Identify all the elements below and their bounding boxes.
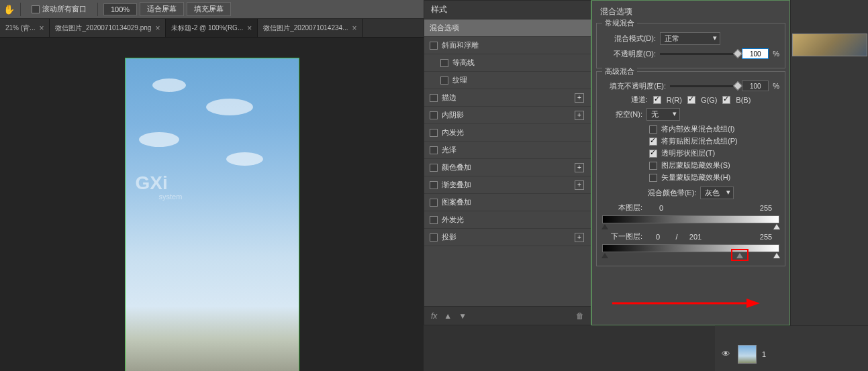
next-layer-label: 下一图层: <box>602 231 642 242</box>
vector-mask-hides-checkbox[interactable] <box>649 174 657 182</box>
style-item-6[interactable]: 内发光 <box>424 124 591 142</box>
layers-panel: 👁 1 <box>715 325 868 371</box>
close-icon[interactable]: × <box>352 23 356 33</box>
layer-mask-hides-checkbox[interactable] <box>649 162 657 170</box>
tab-2[interactable]: 未标题-2 @ 100%(RG... × <box>166 19 258 37</box>
fit-screen-button[interactable]: 适合屏幕 <box>140 2 184 16</box>
checkbox-icon[interactable] <box>430 111 438 119</box>
slash-label: / <box>673 233 680 241</box>
checkbox-icon[interactable] <box>430 216 438 224</box>
style-item-label: 斜面和浮雕 <box>442 40 479 50</box>
blend-mode-select[interactable]: 正常 <box>660 32 720 45</box>
trash-icon[interactable]: 🗑 <box>576 311 584 321</box>
right-sidebar <box>790 0 868 371</box>
checkbox-icon[interactable] <box>430 146 438 154</box>
style-item-3[interactable]: 纹理 <box>424 72 591 89</box>
tab-0[interactable]: 21% (背... × <box>0 19 50 37</box>
style-item-7[interactable]: 光泽 <box>424 142 591 159</box>
add-effect-icon[interactable]: + <box>575 180 584 190</box>
style-item-10[interactable]: 图案叠加 <box>424 194 591 211</box>
checkbox-icon[interactable] <box>430 129 438 137</box>
scroll-all-label: 滚动所有窗口 <box>42 4 87 14</box>
next-low-value: 0 <box>648 233 668 241</box>
checkbox-icon[interactable] <box>430 42 438 50</box>
slider-handle-icon[interactable] <box>601 224 608 229</box>
next-layer-gradient[interactable] <box>602 244 779 252</box>
blendif-select[interactable]: 灰色 <box>700 187 734 199</box>
fill-opacity-slider[interactable] <box>670 85 738 87</box>
slider-handle-icon[interactable] <box>601 253 608 258</box>
style-item-11[interactable]: 外发光 <box>424 211 591 229</box>
fill-screen-button[interactable]: 填充屏幕 <box>187 2 231 16</box>
layer-thumbnail[interactable] <box>738 345 757 364</box>
checkbox-icon[interactable] <box>32 5 40 13</box>
channel-b-checkbox[interactable] <box>722 96 730 104</box>
canvas-image[interactable]: GXi system <box>125 58 299 371</box>
tab-3[interactable]: 微信图片_2020071014234... × <box>258 19 363 37</box>
channel-r-checkbox[interactable] <box>653 96 661 104</box>
fx-icon[interactable]: fx <box>431 311 437 321</box>
checkbox-icon[interactable] <box>430 164 438 172</box>
visibility-icon[interactable]: 👁 <box>722 349 732 360</box>
style-item-label: 颜色叠加 <box>442 162 471 172</box>
advanced-legend: 高级混合 <box>602 66 637 76</box>
opacity-input[interactable] <box>742 48 769 59</box>
blend-interior-checkbox[interactable] <box>649 125 657 134</box>
style-item-8[interactable]: 颜色叠加+ <box>424 159 591 176</box>
layer-name[interactable]: 1 <box>762 350 766 358</box>
percent-label: % <box>773 82 779 90</box>
advanced-blending-group: 高级混合 填充不透明度(E): % 通道: R(R) G(G) B(B) 挖空(… <box>596 71 785 266</box>
layer-styles-panel: 样式 混合选项斜面和浮雕等高线纹理描边+内阴影+内发光光泽颜色叠加+渐变叠加+图… <box>424 0 591 325</box>
style-item-9[interactable]: 渐变叠加+ <box>424 176 591 194</box>
hand-tool-icon[interactable]: ✋ <box>3 3 15 15</box>
knockout-select[interactable]: 无 <box>646 108 680 121</box>
canvas-area[interactable]: GXi system <box>0 38 424 371</box>
style-item-1[interactable]: 斜面和浮雕 <box>424 37 591 54</box>
close-icon[interactable]: × <box>247 23 252 33</box>
style-item-label: 内发光 <box>442 127 464 138</box>
add-effect-icon[interactable]: + <box>575 93 584 103</box>
checkbox-icon[interactable] <box>430 181 438 189</box>
add-effect-icon[interactable]: + <box>575 111 584 120</box>
slider-handle-icon[interactable] <box>773 253 780 258</box>
layer-row[interactable]: 👁 1 <box>715 339 868 369</box>
tab-1[interactable]: 微信图片_20200710134029.png × <box>50 19 166 37</box>
zoom-input[interactable] <box>103 3 137 15</box>
style-item-label: 等高线 <box>452 58 475 68</box>
blending-options-panel: 混合选项 常规混合 混合模式(D): 正常 不透明度(O): % 高级混合 填充… <box>591 0 790 325</box>
add-effect-icon[interactable]: + <box>575 233 584 242</box>
next-split-value: 201 <box>685 233 706 241</box>
this-high-value: 255 <box>753 204 779 212</box>
watermark-text: GXi <box>136 172 168 194</box>
style-item-label: 图案叠加 <box>442 197 471 207</box>
scroll-all-windows-option[interactable]: 滚动所有窗口 <box>26 4 92 14</box>
style-item-label: 内阴影 <box>442 110 464 120</box>
watermark-subtext: system <box>159 193 183 201</box>
blend-clipped-checkbox[interactable] <box>649 138 657 146</box>
channel-g-checkbox[interactable] <box>687 96 695 104</box>
style-item-5[interactable]: 内阴影+ <box>424 107 591 124</box>
style-item-0[interactable]: 混合选项 <box>424 19 591 37</box>
checkbox-icon[interactable] <box>430 199 438 207</box>
style-item-12[interactable]: 投影+ <box>424 229 591 246</box>
close-icon[interactable]: × <box>155 23 160 33</box>
checkbox-icon[interactable] <box>430 94 438 102</box>
fill-opacity-input[interactable] <box>742 81 769 91</box>
channel-g-label: G(G) <box>701 96 717 104</box>
checkbox-icon[interactable] <box>440 76 448 85</box>
transparency-shapes-checkbox[interactable] <box>649 150 657 158</box>
channel-r-label: R(R) <box>667 96 682 104</box>
style-item-4[interactable]: 描边+ <box>424 89 591 107</box>
style-item-label: 光泽 <box>442 145 456 155</box>
checkbox-icon[interactable] <box>440 59 448 67</box>
checkbox-icon[interactable] <box>430 233 438 242</box>
close-icon[interactable]: × <box>39 23 44 33</box>
slider-handle-icon[interactable] <box>773 224 780 229</box>
opacity-slider[interactable] <box>660 53 738 55</box>
style-item-2[interactable]: 等高线 <box>424 54 591 72</box>
arrow-up-icon[interactable]: ▲ <box>444 311 452 321</box>
arrow-down-icon[interactable]: ▼ <box>459 311 467 321</box>
add-effect-icon[interactable]: + <box>575 163 584 172</box>
this-layer-gradient[interactable] <box>602 215 779 223</box>
blend-mode-label: 混合模式(D): <box>602 34 656 44</box>
